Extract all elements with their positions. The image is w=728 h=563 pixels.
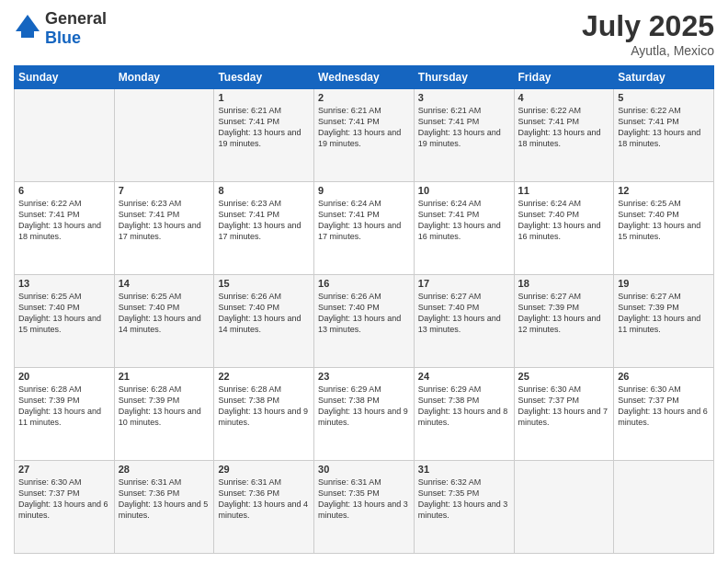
day-number: 15 <box>218 278 310 289</box>
header: General Blue July 2025 Ayutla, Mexico <box>14 9 714 58</box>
calendar-cell: 30Sunrise: 6:31 AMSunset: 7:35 PMDayligh… <box>314 461 415 554</box>
calendar-week-5: 27Sunrise: 6:30 AMSunset: 7:37 PMDayligh… <box>15 461 714 554</box>
title-block: July 2025 Ayutla, Mexico <box>582 9 714 58</box>
day-info: Sunrise: 6:22 AMSunset: 7:41 PMDaylight:… <box>518 105 610 150</box>
col-thursday: Thursday <box>414 66 514 89</box>
calendar-cell: 5Sunrise: 6:22 AMSunset: 7:41 PMDaylight… <box>614 89 714 182</box>
day-info: Sunrise: 6:27 AMSunset: 7:39 PMDaylight:… <box>518 291 610 336</box>
day-number: 9 <box>318 185 410 196</box>
day-info: Sunrise: 6:31 AMSunset: 7:36 PMDaylight:… <box>218 477 310 522</box>
day-number: 22 <box>218 371 310 382</box>
col-friday: Friday <box>514 66 614 89</box>
calendar-cell: 2Sunrise: 6:21 AMSunset: 7:41 PMDaylight… <box>314 89 415 182</box>
sub-title: Ayutla, Mexico <box>582 43 714 58</box>
day-info: Sunrise: 6:26 AMSunset: 7:40 PMDaylight:… <box>218 291 310 336</box>
calendar-cell: 24Sunrise: 6:29 AMSunset: 7:38 PMDayligh… <box>414 368 514 461</box>
calendar-cell <box>514 461 614 554</box>
calendar-cell: 28Sunrise: 6:31 AMSunset: 7:36 PMDayligh… <box>114 461 214 554</box>
day-info: Sunrise: 6:22 AMSunset: 7:41 PMDaylight:… <box>18 198 110 243</box>
day-info: Sunrise: 6:27 AMSunset: 7:40 PMDaylight:… <box>418 291 510 336</box>
logo: General Blue <box>14 9 107 48</box>
main-title: July 2025 <box>582 9 714 43</box>
day-number: 1 <box>218 92 310 103</box>
day-number: 3 <box>418 92 510 103</box>
calendar-cell: 14Sunrise: 6:25 AMSunset: 7:40 PMDayligh… <box>114 275 214 368</box>
day-info: Sunrise: 6:24 AMSunset: 7:41 PMDaylight:… <box>418 198 510 243</box>
calendar-cell: 25Sunrise: 6:30 AMSunset: 7:37 PMDayligh… <box>514 368 614 461</box>
day-info: Sunrise: 6:31 AMSunset: 7:35 PMDaylight:… <box>318 477 410 522</box>
day-number: 2 <box>318 92 410 103</box>
day-info: Sunrise: 6:28 AMSunset: 7:38 PMDaylight:… <box>218 384 310 429</box>
day-info: Sunrise: 6:24 AMSunset: 7:40 PMDaylight:… <box>518 198 610 243</box>
calendar-cell: 31Sunrise: 6:32 AMSunset: 7:35 PMDayligh… <box>414 461 514 554</box>
calendar-week-2: 6Sunrise: 6:22 AMSunset: 7:41 PMDaylight… <box>15 182 714 275</box>
day-info: Sunrise: 6:32 AMSunset: 7:35 PMDaylight:… <box>418 477 510 522</box>
calendar-cell: 13Sunrise: 6:25 AMSunset: 7:40 PMDayligh… <box>15 275 115 368</box>
calendar-week-3: 13Sunrise: 6:25 AMSunset: 7:40 PMDayligh… <box>15 275 714 368</box>
calendar-cell: 20Sunrise: 6:28 AMSunset: 7:39 PMDayligh… <box>15 368 115 461</box>
day-number: 8 <box>218 185 310 196</box>
col-monday: Monday <box>114 66 214 89</box>
day-info: Sunrise: 6:25 AMSunset: 7:40 PMDaylight:… <box>119 291 210 336</box>
page: General Blue July 2025 Ayutla, Mexico Su… <box>0 0 728 563</box>
calendar-cell: 19Sunrise: 6:27 AMSunset: 7:39 PMDayligh… <box>614 275 714 368</box>
logo-general: General <box>45 9 107 28</box>
day-number: 10 <box>418 185 510 196</box>
day-number: 17 <box>418 278 510 289</box>
day-number: 13 <box>18 278 110 289</box>
calendar-cell: 11Sunrise: 6:24 AMSunset: 7:40 PMDayligh… <box>514 182 614 275</box>
day-number: 18 <box>518 278 610 289</box>
calendar-cell: 16Sunrise: 6:26 AMSunset: 7:40 PMDayligh… <box>314 275 415 368</box>
calendar-cell <box>15 89 115 182</box>
day-number: 5 <box>618 92 710 103</box>
calendar-cell: 12Sunrise: 6:25 AMSunset: 7:40 PMDayligh… <box>614 182 714 275</box>
day-number: 4 <box>518 92 610 103</box>
calendar-cell: 3Sunrise: 6:21 AMSunset: 7:41 PMDaylight… <box>414 89 514 182</box>
day-info: Sunrise: 6:30 AMSunset: 7:37 PMDaylight:… <box>618 384 710 429</box>
day-number: 24 <box>418 371 510 382</box>
svg-marker-0 <box>16 15 40 31</box>
day-info: Sunrise: 6:21 AMSunset: 7:41 PMDaylight:… <box>218 105 310 150</box>
day-number: 26 <box>618 371 710 382</box>
calendar-cell: 26Sunrise: 6:30 AMSunset: 7:37 PMDayligh… <box>614 368 714 461</box>
calendar-cell <box>114 89 214 182</box>
day-number: 6 <box>18 185 110 196</box>
day-info: Sunrise: 6:27 AMSunset: 7:39 PMDaylight:… <box>618 291 710 336</box>
day-info: Sunrise: 6:24 AMSunset: 7:41 PMDaylight:… <box>318 198 410 243</box>
calendar-cell: 6Sunrise: 6:22 AMSunset: 7:41 PMDaylight… <box>15 182 115 275</box>
day-info: Sunrise: 6:26 AMSunset: 7:40 PMDaylight:… <box>318 291 410 336</box>
day-info: Sunrise: 6:28 AMSunset: 7:39 PMDaylight:… <box>18 384 110 429</box>
day-info: Sunrise: 6:22 AMSunset: 7:41 PMDaylight:… <box>618 105 710 150</box>
svg-rect-1 <box>21 31 34 38</box>
day-number: 25 <box>518 371 610 382</box>
calendar-cell: 7Sunrise: 6:23 AMSunset: 7:41 PMDaylight… <box>114 182 214 275</box>
day-number: 16 <box>318 278 410 289</box>
day-info: Sunrise: 6:25 AMSunset: 7:40 PMDaylight:… <box>618 198 710 243</box>
day-number: 29 <box>218 464 310 475</box>
day-info: Sunrise: 6:31 AMSunset: 7:36 PMDaylight:… <box>119 477 210 522</box>
day-info: Sunrise: 6:30 AMSunset: 7:37 PMDaylight:… <box>18 477 110 522</box>
calendar-cell: 9Sunrise: 6:24 AMSunset: 7:41 PMDaylight… <box>314 182 415 275</box>
calendar-cell: 10Sunrise: 6:24 AMSunset: 7:41 PMDayligh… <box>414 182 514 275</box>
calendar-cell: 29Sunrise: 6:31 AMSunset: 7:36 PMDayligh… <box>214 461 314 554</box>
day-info: Sunrise: 6:29 AMSunset: 7:38 PMDaylight:… <box>418 384 510 429</box>
day-info: Sunrise: 6:29 AMSunset: 7:38 PMDaylight:… <box>318 384 410 429</box>
day-info: Sunrise: 6:21 AMSunset: 7:41 PMDaylight:… <box>418 105 510 150</box>
calendar-header-row: Sunday Monday Tuesday Wednesday Thursday… <box>15 66 714 89</box>
calendar-cell: 15Sunrise: 6:26 AMSunset: 7:40 PMDayligh… <box>214 275 314 368</box>
calendar-cell: 21Sunrise: 6:28 AMSunset: 7:39 PMDayligh… <box>114 368 214 461</box>
day-number: 20 <box>18 371 110 382</box>
calendar-cell: 17Sunrise: 6:27 AMSunset: 7:40 PMDayligh… <box>414 275 514 368</box>
day-info: Sunrise: 6:23 AMSunset: 7:41 PMDaylight:… <box>119 198 210 243</box>
calendar-week-4: 20Sunrise: 6:28 AMSunset: 7:39 PMDayligh… <box>15 368 714 461</box>
calendar-cell: 1Sunrise: 6:21 AMSunset: 7:41 PMDaylight… <box>214 89 314 182</box>
calendar-week-1: 1Sunrise: 6:21 AMSunset: 7:41 PMDaylight… <box>15 89 714 182</box>
day-number: 7 <box>119 185 210 196</box>
col-tuesday: Tuesday <box>214 66 314 89</box>
day-number: 14 <box>119 278 210 289</box>
day-info: Sunrise: 6:30 AMSunset: 7:37 PMDaylight:… <box>518 384 610 429</box>
col-sunday: Sunday <box>15 66 115 89</box>
day-number: 23 <box>318 371 410 382</box>
day-number: 19 <box>618 278 710 289</box>
calendar-cell: 23Sunrise: 6:29 AMSunset: 7:38 PMDayligh… <box>314 368 415 461</box>
